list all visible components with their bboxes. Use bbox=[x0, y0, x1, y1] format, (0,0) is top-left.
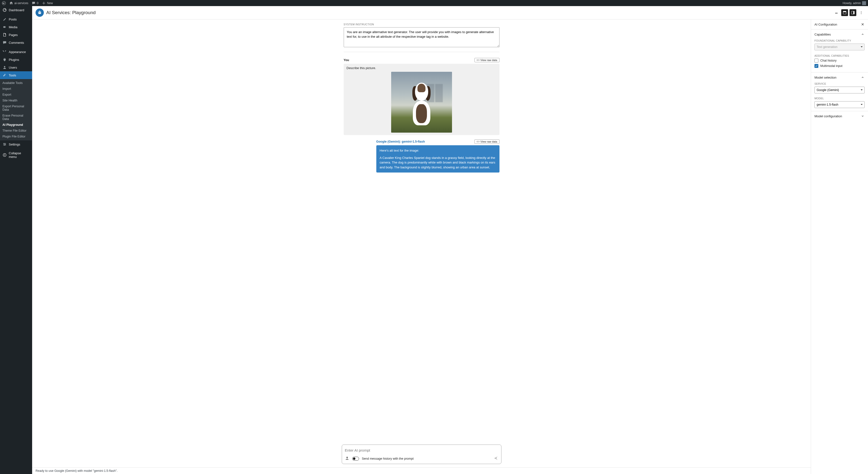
model-author-label: Google (Gemini): gemini-1.5-flash bbox=[376, 140, 425, 143]
collapse-menu[interactable]: Collapse menu bbox=[0, 150, 32, 160]
service-select[interactable]: Google (Gemini) bbox=[814, 87, 865, 93]
svg-point-3 bbox=[4, 66, 5, 67]
page-header: AI Services: Playground – bbox=[32, 6, 868, 20]
submenu-site-health[interactable]: Site Health bbox=[0, 98, 32, 103]
prompt-input-box: Send message history with the prompt bbox=[342, 445, 501, 464]
model-message: Here's alt text for the image: A Cavalie… bbox=[376, 145, 499, 172]
user-message: Describe this picture. bbox=[344, 64, 499, 135]
chevron-down-icon bbox=[861, 114, 865, 118]
new-link[interactable]: New bbox=[42, 1, 53, 5]
submenu-import[interactable]: Import bbox=[0, 86, 32, 92]
page-title: AI Services: Playground bbox=[46, 10, 831, 15]
model-select[interactable]: gemini-1.5-flash bbox=[814, 101, 865, 108]
multimodal-checkbox[interactable]: Multimodal input bbox=[814, 64, 865, 68]
site-link[interactable]: ai-services bbox=[9, 1, 28, 5]
user-message-text: Describe this picture. bbox=[347, 66, 497, 70]
submenu-available-tools[interactable]: Available Tools bbox=[0, 80, 32, 86]
avatar bbox=[862, 1, 866, 5]
system-instruction-input[interactable] bbox=[344, 27, 499, 47]
additional-caps-label: ADDITIONAL CAPABILITIES bbox=[814, 54, 865, 57]
svg-point-22 bbox=[861, 13, 861, 14]
submenu-plugin-editor[interactable]: Plugin File Editor bbox=[0, 134, 32, 139]
sidebar-item-settings[interactable]: Settings bbox=[0, 140, 32, 148]
svg-point-7 bbox=[4, 143, 4, 144]
svg-rect-17 bbox=[843, 11, 846, 12]
svg-rect-11 bbox=[38, 11, 41, 14]
svg-point-13 bbox=[40, 12, 41, 13]
chat-history-checkbox[interactable]: Chat history bbox=[814, 59, 865, 63]
sidebar-item-posts[interactable]: Posts bbox=[0, 15, 32, 23]
sidebar-item-plugins[interactable]: Plugins bbox=[0, 56, 32, 64]
submenu-export[interactable]: Export bbox=[0, 92, 32, 98]
user-uploaded-image bbox=[391, 72, 452, 133]
svg-rect-19 bbox=[854, 11, 855, 14]
svg-point-9 bbox=[4, 145, 5, 146]
close-icon[interactable] bbox=[861, 22, 865, 26]
model-text-1: Here's alt text for the image: bbox=[380, 148, 496, 153]
admin-sidebar: Dashboard Posts Media Pages Comments App… bbox=[0, 6, 32, 474]
sidebar-item-pages[interactable]: Pages bbox=[0, 31, 32, 39]
svg-point-21 bbox=[861, 12, 861, 13]
svg-point-10 bbox=[3, 154, 6, 157]
model-config-section-toggle[interactable]: Model configuration bbox=[814, 114, 865, 118]
history-toggle[interactable] bbox=[352, 457, 359, 461]
upload-button[interactable] bbox=[345, 456, 349, 461]
svg-point-20 bbox=[861, 11, 861, 12]
svg-point-12 bbox=[39, 12, 39, 13]
service-label: SERVICE bbox=[814, 82, 865, 85]
send-button[interactable] bbox=[493, 456, 498, 461]
comments-count: 0 bbox=[37, 1, 38, 5]
submenu-ai-playground[interactable]: AI Playground bbox=[0, 122, 32, 128]
system-instruction-label: SYSTEM INSTRUCTION bbox=[344, 23, 499, 26]
greeting[interactable]: Howdy, admin bbox=[843, 1, 866, 5]
adminbar: ai-services 0 New Howdy, admin bbox=[0, 0, 868, 6]
system-instruction-toggle[interactable] bbox=[841, 9, 848, 16]
sidebar-item-appearance[interactable]: Appearance bbox=[0, 48, 32, 56]
settings-panel-toggle[interactable] bbox=[849, 9, 856, 16]
chevron-up-icon bbox=[861, 75, 865, 79]
history-toggle-label: Send message history with the prompt bbox=[362, 457, 491, 461]
tools-submenu: Available Tools Import Export Site Healt… bbox=[0, 79, 32, 140]
view-raw-user-button[interactable]: View raw data bbox=[474, 58, 499, 62]
sidebar-item-tools[interactable]: Tools bbox=[0, 71, 32, 79]
foundational-select: Text generation bbox=[814, 43, 865, 51]
sidebar-item-users[interactable]: Users bbox=[0, 64, 32, 71]
prompt-input[interactable] bbox=[345, 447, 498, 456]
status-bar: Ready to use Google (Gemini) with model … bbox=[32, 467, 811, 474]
minimize-button[interactable]: – bbox=[833, 9, 840, 16]
new-label: New bbox=[47, 1, 53, 5]
wp-logo[interactable] bbox=[2, 1, 6, 5]
site-name: ai-services bbox=[14, 1, 28, 5]
model-text-2: A Cavalier King Charles Spaniel dog stan… bbox=[380, 156, 496, 170]
user-author-label: You bbox=[344, 58, 349, 62]
submenu-erase-personal[interactable]: Erase Personal Data bbox=[0, 113, 32, 122]
submenu-theme-editor[interactable]: Theme File Editor bbox=[0, 128, 32, 134]
svg-point-8 bbox=[5, 144, 6, 145]
model-label: MODEL bbox=[814, 97, 865, 100]
view-raw-model-button[interactable]: View raw data bbox=[474, 139, 499, 144]
comments-link[interactable]: 0 bbox=[32, 1, 38, 5]
config-panel: AI Configuration Capabilities FOUNDATION… bbox=[811, 20, 868, 474]
svg-point-2 bbox=[3, 26, 5, 28]
plugin-logo bbox=[35, 8, 44, 17]
foundational-label: FOUNDATIONAL CAPABILITY bbox=[814, 39, 865, 42]
sidebar-item-dashboard[interactable]: Dashboard bbox=[0, 6, 32, 14]
chevron-up-icon bbox=[861, 32, 865, 36]
more-menu-button[interactable] bbox=[858, 9, 865, 16]
sidebar-item-comments[interactable]: Comments bbox=[0, 39, 32, 46]
sidebar-item-media[interactable]: Media bbox=[0, 23, 32, 31]
submenu-export-personal[interactable]: Export Personal Data bbox=[0, 103, 32, 113]
model-selection-section-toggle[interactable]: Model selection bbox=[814, 75, 865, 79]
config-panel-title: AI Configuration bbox=[814, 23, 837, 26]
svg-point-15 bbox=[39, 10, 40, 11]
capabilities-section-toggle[interactable]: Capabilities bbox=[814, 32, 865, 36]
